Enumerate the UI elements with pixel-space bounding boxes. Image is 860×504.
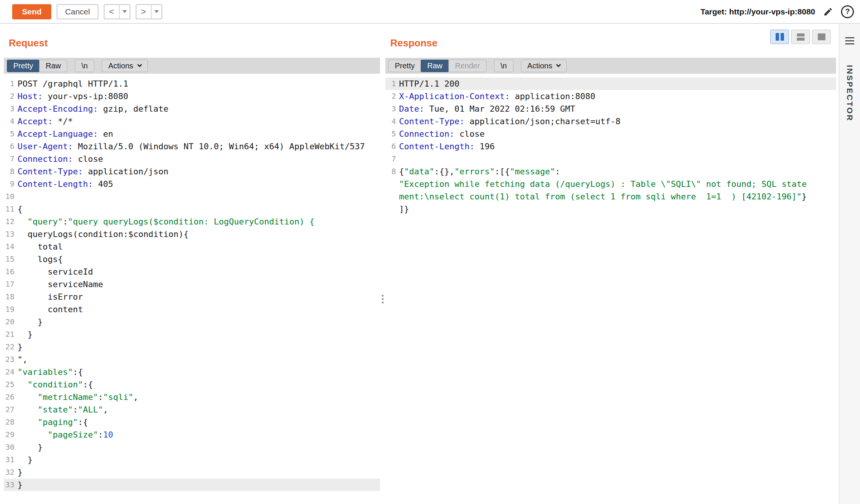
code-line[interactable]: 2X-Application-Context: application:8080	[385, 90, 836, 103]
tab-raw[interactable]: Raw	[39, 60, 67, 72]
code-line[interactable]: 12 "query":"query queryLogs($condition: …	[4, 215, 380, 228]
code-line[interactable]: 17 serviceName	[4, 278, 380, 291]
code-text: "condition":{	[17, 378, 380, 391]
inspector-label[interactable]: INSPECTOR	[845, 65, 854, 122]
line-number: 6	[4, 140, 17, 153]
code-text: Host: your-vps-ip:8080	[17, 90, 380, 103]
code-line[interactable]: 15 logs{	[4, 253, 380, 265]
line-number: 26	[4, 391, 17, 403]
code-line[interactable]: 20 }	[4, 316, 380, 328]
line-number: 5	[4, 128, 17, 140]
tab-raw[interactable]: Raw	[421, 60, 449, 72]
code-text: }	[17, 316, 380, 328]
send-button[interactable]: Send	[12, 4, 51, 19]
code-line[interactable]: 19 content	[4, 303, 380, 316]
history-back-dropdown[interactable]	[120, 5, 130, 19]
code-text: serviceId	[17, 265, 380, 278]
code-line[interactable]: 25 "condition":{	[4, 378, 380, 391]
code-line[interactable]: 21 }	[4, 328, 380, 341]
dropdown-arrow-icon	[154, 10, 159, 13]
line-number: 22	[4, 341, 17, 353]
layout-single-button[interactable]	[812, 30, 831, 44]
question-icon: ?	[845, 7, 850, 16]
code-line[interactable]: 6Content-Length: 196	[385, 140, 836, 153]
code-text: Date: Tue, 01 Mar 2022 02:16:59 GMT	[399, 103, 836, 115]
code-line[interactable]: ]}	[385, 203, 836, 215]
code-line[interactable]: 7Connection: close	[4, 153, 380, 165]
history-back-split-button: <	[104, 4, 130, 19]
code-line[interactable]: 32}	[4, 466, 380, 479]
history-forward-split-button: >	[136, 4, 162, 19]
panel-splitter[interactable]	[380, 27, 385, 504]
code-line[interactable]: 23",	[4, 353, 380, 366]
code-line[interactable]: 33}	[4, 479, 380, 491]
request-view-tabs: Pretty Raw	[7, 60, 67, 72]
code-line[interactable]: ment:\nselect count(1) total from (selec…	[385, 190, 836, 203]
help-button[interactable]: ?	[841, 5, 854, 18]
code-line[interactable]: 3Accept-Encoding: gzip, deflate	[4, 103, 380, 115]
code-line[interactable]: 8{"data":{},"errors":[{"message":	[385, 165, 836, 178]
code-line[interactable]: 31 }	[4, 453, 380, 466]
cancel-button[interactable]: Cancel	[57, 4, 98, 19]
code-line[interactable]: 7	[385, 153, 836, 165]
code-text: {	[17, 203, 380, 215]
tab-pretty[interactable]: Pretty	[388, 60, 421, 72]
tab-pretty[interactable]: Pretty	[7, 60, 40, 72]
code-line[interactable]: 28 "paging":{	[4, 416, 380, 428]
code-line[interactable]: 16 serviceId	[4, 265, 380, 278]
code-line[interactable]: 24"variables":{	[4, 366, 380, 378]
code-text: Accept: */*	[17, 115, 380, 128]
code-line[interactable]: 4Content-Type: application/json;charset=…	[385, 115, 836, 128]
inspector-sidebar[interactable]: INSPECTOR	[839, 24, 860, 504]
line-number: 3	[385, 103, 399, 115]
code-line[interactable]: 10	[4, 190, 380, 203]
response-view-tabs: Pretty Raw Render	[388, 60, 486, 72]
history-back-button[interactable]: <	[105, 5, 120, 19]
code-line[interactable]: 13 queryLogs(condition:$condition){	[4, 228, 380, 240]
code-line[interactable]: 22}	[4, 341, 380, 353]
code-line[interactable]: 27 "state":"ALL",	[4, 403, 380, 416]
layout-rows-button[interactable]	[791, 30, 810, 44]
code-line[interactable]: 9Content-Length: 405	[4, 178, 380, 190]
hamburger-icon[interactable]	[845, 35, 854, 46]
code-line[interactable]: 5Accept-Language: en	[4, 128, 380, 140]
code-line[interactable]: 30 }	[4, 441, 380, 453]
code-line[interactable]: 6User-Agent: Mozilla/5.0 (Windows NT 10.…	[4, 140, 380, 153]
code-text: }	[17, 441, 380, 453]
code-line[interactable]: "Exception while fetching data (/queryLo…	[385, 178, 836, 190]
code-text: ]}	[399, 203, 836, 215]
layout-columns-button[interactable]	[770, 30, 789, 44]
code-line[interactable]: 14 total	[4, 240, 380, 253]
line-number: 12	[4, 215, 17, 228]
code-line[interactable]: 18 isError	[4, 291, 380, 303]
code-line[interactable]: 29 "pageSize":10	[4, 428, 380, 441]
code-text: queryLogs(condition:$condition){	[17, 228, 380, 240]
code-line[interactable]: 3Date: Tue, 01 Mar 2022 02:16:59 GMT	[385, 103, 836, 115]
code-text: Accept-Language: en	[17, 128, 380, 140]
line-number: 3	[4, 103, 17, 115]
code-text: }	[17, 453, 380, 466]
code-line[interactable]: 5Connection: close	[385, 128, 836, 140]
response-editor[interactable]: 1HTTP/1.1 2002X-Application-Context: app…	[385, 74, 836, 504]
code-line[interactable]: 1POST /graphql HTTP/1.1	[4, 77, 380, 90]
tab-newline-toggle[interactable]: \n	[494, 60, 513, 72]
code-line[interactable]: 8Content-Type: application/json	[4, 165, 380, 178]
response-tabstrip: Pretty Raw Render \n Actions	[385, 58, 836, 74]
pencil-icon	[823, 7, 833, 17]
code-line[interactable]: 1HTTP/1.1 200	[385, 77, 836, 90]
actions-button[interactable]: Actions	[102, 60, 148, 72]
code-line[interactable]: 11{	[4, 203, 380, 215]
tab-render[interactable]: Render	[448, 60, 486, 72]
history-forward-button[interactable]: >	[136, 5, 152, 19]
request-editor[interactable]: 1POST /graphql HTTP/1.12Host: your-vps-i…	[4, 74, 380, 504]
code-line[interactable]: 2Host: your-vps-ip:8080	[4, 90, 380, 103]
code-text: POST /graphql HTTP/1.1	[17, 77, 380, 90]
code-line[interactable]: 4Accept: */*	[4, 115, 380, 128]
actions-button[interactable]: Actions	[521, 60, 567, 72]
edit-target-button[interactable]	[822, 6, 834, 18]
line-number: 29	[4, 428, 17, 441]
tab-newline-toggle[interactable]: \n	[75, 60, 94, 72]
code-line[interactable]: 26 "metricName":"sqli",	[4, 391, 380, 403]
code-text: ",	[17, 353, 380, 366]
history-forward-dropdown[interactable]	[152, 5, 162, 19]
